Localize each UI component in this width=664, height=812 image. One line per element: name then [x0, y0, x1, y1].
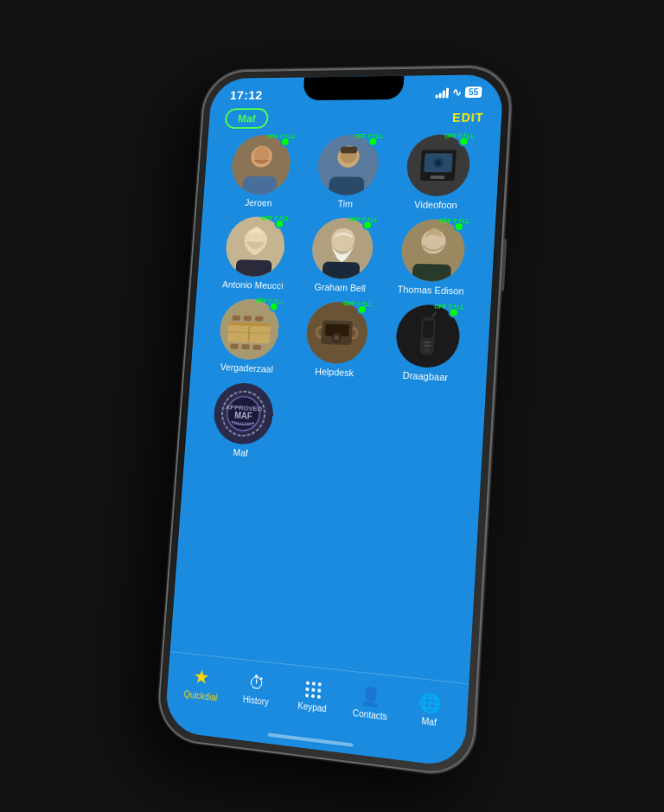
contact-name-helpdesk: Helpdesk: [315, 366, 354, 379]
svg-rect-33: [241, 344, 250, 349]
svg-point-54: [312, 681, 316, 685]
contact-avatar-wrapper-draagbaar: OFF CALL: [394, 304, 461, 368]
contact-avatar-wrapper-videofoon: OFF CALL: [405, 134, 472, 196]
status-dot-tim: [367, 136, 378, 146]
svg-point-58: [317, 687, 321, 692]
status-dot-graham: [362, 220, 373, 230]
contact-avatar-wrapper-graham: OFF CALL: [310, 217, 374, 279]
wifi-icon: ∿: [451, 86, 462, 99]
edit-button[interactable]: EDIT: [452, 110, 484, 124]
phone-screen-wrapper: 17:12 ∿ 55 Maf EDIT: [164, 74, 504, 767]
svg-rect-17: [234, 259, 271, 278]
contacts-grid: OFF CALL Jeroen: [197, 134, 487, 478]
svg-rect-31: [255, 316, 264, 321]
signal-bar-1: [435, 94, 437, 98]
svg-text:TRUSTED: TRUSTED: [231, 419, 254, 426]
contact-avatar-wrapper-antonio: OFF CALL: [224, 216, 286, 278]
phone-screen: 17:12 ∿ 55 Maf EDIT: [164, 74, 504, 767]
header-row: Maf EDIT: [221, 105, 488, 128]
svg-rect-42: [423, 320, 434, 338]
signal-bar-4: [445, 87, 449, 98]
contact-name-tim: Tim: [337, 198, 353, 209]
contact-item-videofoon[interactable]: OFF CALL Videofoon: [393, 134, 483, 211]
contact-name-draagbaar: Draagbaar: [402, 370, 448, 384]
tab-quickdial[interactable]: ★ Quickdial: [180, 663, 223, 703]
contacts-label: Contacts: [353, 707, 388, 721]
quickdial-icon: ★: [193, 664, 211, 688]
signal-bar-2: [438, 93, 441, 98]
phone-notch: [303, 75, 404, 99]
contact-name-jeroen: Jeroen: [245, 197, 272, 208]
tab-history[interactable]: ⏱ History: [234, 670, 278, 707]
signal-bar-3: [442, 90, 445, 98]
svg-point-61: [317, 694, 321, 699]
status-dot-videofoon: [458, 136, 469, 146]
svg-point-56: [305, 687, 309, 691]
tab-contacts[interactable]: 👤 Contacts: [348, 682, 393, 721]
svg-rect-8: [341, 146, 358, 153]
side-button: [501, 238, 508, 291]
history-label: History: [242, 694, 269, 707]
svg-point-53: [306, 681, 310, 685]
avatar-maf: APPROVED MAF TRUSTED: [212, 380, 275, 444]
svg-point-57: [311, 687, 315, 692]
svg-rect-20: [322, 261, 361, 279]
contacts-icon: 👤: [360, 683, 383, 707]
contact-item-antonio[interactable]: OFF CALL Antonio Meucci: [213, 216, 297, 292]
quickdial-label: Quickdial: [183, 688, 218, 702]
contact-name-vergader: Vergaderzaal: [220, 361, 273, 375]
svg-rect-6: [328, 176, 365, 195]
contact-name-graham: Graham Bell: [314, 281, 366, 294]
signal-bars-icon: [435, 87, 449, 98]
status-dot-antonio: [274, 219, 284, 229]
contact-avatar-wrapper-tim: OFF CALL: [316, 134, 380, 195]
status-dot-draagbaar: [448, 307, 459, 318]
contact-item-tim[interactable]: OFF CALL Tim: [304, 134, 391, 209]
svg-rect-32: [230, 343, 239, 348]
phone-device: 17:12 ∿ 55 Maf EDIT: [156, 65, 514, 777]
contact-name-maf: Maf: [233, 446, 248, 458]
svg-text:MAF: MAF: [234, 409, 252, 419]
svg-point-60: [311, 694, 315, 698]
battery-icon: 55: [464, 86, 482, 98]
contact-avatar-wrapper-vergader: OFF CALL: [218, 298, 280, 361]
svg-rect-34: [252, 344, 261, 349]
status-time: 17:12: [230, 87, 264, 101]
main-content: Maf EDIT: [170, 102, 502, 683]
contact-item-thomas[interactable]: OFF CALL Thomas Edison: [388, 219, 478, 297]
contact-item-helpdesk[interactable]: OFF CALL Helpdesk: [293, 301, 380, 380]
tab-maf[interactable]: 🌐 Maf: [406, 689, 453, 729]
contact-avatar-wrapper-maf: APPROVED MAF TRUSTED: [212, 380, 275, 444]
contact-item-draagbaar[interactable]: OFF CALL Draagbaar: [382, 304, 473, 385]
contact-item-vergader[interactable]: OFF CALL Vergaderzaal: [207, 297, 291, 375]
contact-item-maf[interactable]: APPROVED MAF TRUSTED Maf: [201, 380, 285, 461]
status-dot-jeroen: [280, 137, 290, 146]
contact-avatar-wrapper-thomas: OFF CALL: [400, 219, 467, 282]
svg-rect-30: [244, 316, 252, 321]
maf-tab-label: Maf: [421, 715, 437, 727]
status-dot-thomas: [453, 221, 464, 232]
status-icons: ∿ 55: [435, 86, 482, 99]
svg-rect-29: [232, 315, 240, 320]
maf-tab-icon: 🌐: [418, 690, 442, 714]
status-dot-helpdesk: [357, 304, 368, 315]
home-bar: [267, 732, 353, 746]
contact-avatar-wrapper-jeroen: OFF CALL: [230, 135, 292, 195]
tab-keypad[interactable]: Keypad: [290, 677, 335, 714]
keypad-label: Keypad: [297, 700, 327, 713]
contact-avatar-wrapper-helpdesk: OFF CALL: [304, 301, 369, 365]
history-icon: ⏱: [248, 672, 266, 694]
avatar-svg-maf: APPROVED MAF TRUSTED: [212, 380, 275, 444]
svg-point-55: [318, 681, 322, 686]
contact-item-graham[interactable]: OFF CALL Graham Bell: [298, 217, 386, 294]
maf-header-button[interactable]: Maf: [225, 108, 270, 129]
contact-item-jeroen[interactable]: OFF CALL Jeroen: [219, 135, 303, 209]
svg-rect-2: [241, 176, 277, 194]
contact-name-thomas: Thomas Edison: [397, 284, 464, 297]
keypad-icon: [303, 678, 323, 700]
status-dot-vergader: [269, 301, 279, 311]
contact-name-videofoon: Videofoon: [414, 199, 457, 211]
contact-name-antonio: Antonio Meucci: [221, 278, 283, 291]
svg-rect-12: [431, 176, 444, 179]
svg-point-59: [305, 693, 309, 697]
